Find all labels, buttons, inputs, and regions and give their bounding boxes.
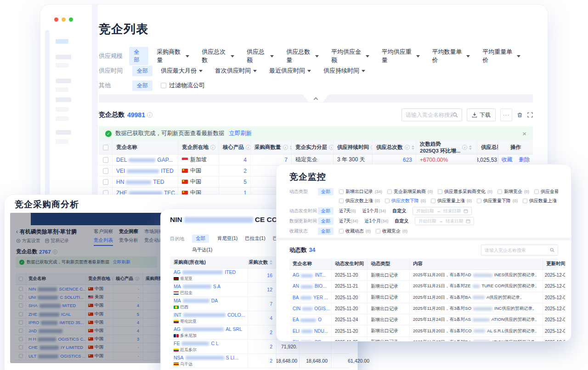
table-row[interactable]: ANBIO...2025-11-21新增出口记录2025年11月21日，有1条对… [289, 281, 558, 292]
close-window-button[interactable] [54, 17, 58, 22]
table-row[interactable]: ELINDU...2025-11-20新增出口记录2025年11月20日，有1条… [289, 325, 558, 336]
purchase-times[interactable]: 2 [248, 340, 277, 353]
download-button[interactable]: 下载 [467, 108, 496, 121]
type-filter-checkbox[interactable]: 供应金额上涨(0) [534, 188, 558, 195]
sort-icon[interactable] [270, 260, 272, 265]
purchaser-name-link[interactable]: MADA [174, 298, 218, 303]
purchaser-name-link[interactable]: FEC L [174, 341, 219, 346]
purchaser-name-link[interactable]: MAS A [174, 284, 220, 289]
filter-dropdown[interactable]: 平均数量单价 [432, 48, 470, 64]
filter-dropdown[interactable]: 供应最大月份 [161, 67, 203, 75]
date-range-input[interactable]: 开始日期→结束日期 [415, 217, 474, 225]
purchase-times[interactable]: 2 [248, 354, 277, 368]
filter-checkbox[interactable]: 过滤物流公司 [161, 81, 205, 90]
table-row[interactable]: BAYER ...2025-11-20新增出口记录2025年11月20日，有1条… [289, 292, 558, 303]
destination-option[interactable]: 乌干达(1) [192, 247, 212, 253]
company-name-link[interactable]: CINOGIS... [293, 306, 330, 311]
table-row[interactable]: DELGAP...新加坡47稳定竞企3 年 300 天623+6700.00%3… [99, 154, 533, 165]
quick-range-option[interactable]: 近1个月(34) [365, 218, 389, 224]
filter-dropdown[interactable]: 供应总额 [247, 48, 274, 64]
more-button[interactable]: ··· [500, 108, 512, 121]
type-filter-checkbox[interactable]: 供应最多采购商变化(0) [438, 188, 492, 195]
destination-chip-all[interactable]: 全部 [192, 234, 209, 243]
type-filter-checkbox[interactable]: 供应次数下降(0) [385, 198, 426, 204]
filter-collapse-bar[interactable] [99, 94, 533, 102]
table-row[interactable]: EXCO...2025-11-25新增出口记录2025年11月25日，有1条对R… [289, 337, 558, 341]
checkbox[interactable] [103, 179, 108, 185]
company-name-link[interactable]: ELINDU... [293, 329, 328, 334]
date-range-input[interactable]: 开始日期→结束日期 [413, 207, 472, 215]
core-product-count[interactable]: 5 [219, 176, 251, 187]
filter-dropdown[interactable]: 平均供应重量 [382, 48, 420, 64]
type-filter-checkbox[interactable]: 供应重量上涨(0) [431, 198, 472, 204]
custom-range-label[interactable]: 自定义 [392, 208, 406, 214]
filter-chip-all[interactable]: 全部 [318, 207, 334, 215]
filter-dropdown[interactable]: 供应总次数 [202, 48, 234, 64]
filter-dropdown[interactable]: 平均重量单价 [482, 48, 520, 64]
destination-option[interactable]: 巴拉圭(1) [245, 235, 265, 242]
checkbox[interactable] [161, 83, 166, 88]
purchaser-name-link[interactable]: INTCOLO... [174, 312, 245, 318]
sort-icon[interactable] [412, 145, 414, 150]
monitor-search-input[interactable] [485, 248, 550, 253]
purchase-times[interactable]: 4 [248, 311, 277, 325]
type-filter-checkbox[interactable]: 供应数量上涨(0) [523, 198, 558, 204]
type-filter-checkbox[interactable]: 竞企新增采购商(0) [387, 188, 433, 195]
sort-icon[interactable] [469, 145, 472, 150]
filter-dropdown[interactable]: 平均供应金额 [331, 48, 369, 64]
filter-chip-all[interactable]: 全部 [318, 217, 334, 225]
company-name-link[interactable]: EAO [293, 317, 322, 322]
filter-chip-all[interactable]: 全部 [318, 228, 334, 235]
type-filter-checkbox[interactable]: 供应重量下降(0) [477, 198, 518, 204]
type-filter-checkbox[interactable]: 收藏竞企(0) [376, 228, 407, 234]
purchaser-name-link[interactable]: AGITED [174, 269, 236, 275]
purchaser-name-link[interactable]: NSAS LI... [174, 355, 238, 360]
type-filter-checkbox[interactable]: 新增出口记录(34) [339, 188, 382, 195]
table-row[interactable]: CINOGIS...2025-11-20新增出口记录2025年11月20日，有3… [289, 303, 558, 314]
supply-times[interactable]: 623 [373, 154, 416, 165]
delete-link[interactable]: 删除 [519, 156, 530, 164]
purchaser-name-link[interactable]: AGAL SRL [174, 326, 242, 332]
company-name-link[interactable]: VEIITED [116, 168, 174, 174]
custom-range-label[interactable]: 自定义 [395, 218, 408, 224]
company-name-link[interactable]: EXCO... [293, 340, 325, 341]
favorite-link[interactable]: 收藏 [502, 156, 513, 164]
filter-chip-all[interactable]: 全部 [318, 188, 334, 195]
type-filter-checkbox[interactable]: 供应次数上涨(0) [339, 198, 380, 204]
search-icon[interactable] [452, 112, 458, 118]
destination-option[interactable]: 肯尼亚(1) [217, 235, 237, 242]
company-name-link[interactable]: HNTED [116, 179, 164, 185]
filter-dropdown[interactable]: 最近供应时间 [269, 67, 311, 75]
minimize-window-button[interactable] [62, 17, 66, 22]
quick-range-option[interactable]: 近7天(34) [339, 218, 358, 224]
type-filter-checkbox[interactable]: 新增竞企(0) [498, 188, 529, 195]
quick-range-option[interactable]: 近1个月(34) [362, 208, 386, 214]
table-row[interactable]: FEC L厄瓜多尔271,920. [170, 340, 350, 354]
checkbox[interactable] [103, 145, 108, 150]
fullscreen-icon[interactable] [527, 112, 533, 118]
quick-range-option[interactable]: 近7天(0) [339, 208, 356, 214]
filter-dropdown[interactable]: 首次供应时间 [215, 67, 257, 75]
table-row[interactable]: NSAS LI...乌干达218,648.0018,648.0061,420.0… [170, 354, 350, 368]
checkbox[interactable] [103, 168, 108, 174]
filter-chip-all[interactable]: 全部 [132, 80, 153, 91]
purchase-times[interactable]: 7 [248, 297, 277, 311]
company-search-input[interactable] [406, 112, 452, 118]
filter-dropdown[interactable]: 采购商数量 [157, 48, 189, 64]
collapse-notch[interactable] [303, 94, 329, 102]
purchase-times[interactable]: 12 [248, 283, 277, 296]
filter-chip-all[interactable]: 全部 [132, 66, 153, 76]
company-name-link[interactable]: BAYER ... [293, 295, 328, 300]
core-product-count[interactable]: 4 [219, 154, 251, 165]
buyer-count[interactable]: 7 [251, 154, 292, 165]
banner-close-icon[interactable]: × [522, 130, 526, 137]
checkbox[interactable] [103, 157, 108, 163]
table-row[interactable]: EAO2025-11-24新增出口记录2025年11月24日，有1条对ASATI… [289, 314, 558, 325]
table-row[interactable]: AGINT...2025-11-20新增出口记录2025年11月20日，有1条对… [289, 270, 558, 281]
filter-chip-all[interactable]: 全部 [129, 47, 148, 65]
refresh-now-link[interactable]: 立即刷新 [229, 130, 252, 137]
company-name-link[interactable]: ANBIO... [293, 284, 326, 289]
zoom-window-button[interactable] [69, 17, 73, 22]
type-filter-checkbox[interactable]: 收藏动态(0) [339, 228, 371, 234]
core-product-count[interactable]: 2 [219, 165, 251, 176]
